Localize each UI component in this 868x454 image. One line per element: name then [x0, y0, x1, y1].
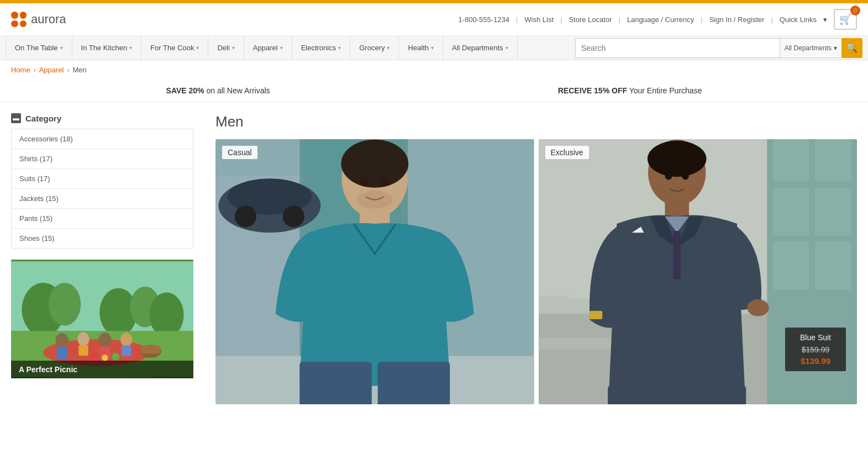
svg-point-63 [681, 171, 688, 180]
nav-item-deli[interactable]: Deli [208, 36, 244, 60]
svg-point-19 [90, 352, 99, 361]
category-item-shoes[interactable]: Shoes (15) [12, 229, 193, 248]
category-item-suits[interactable]: Suits (17) [12, 169, 193, 189]
category-item-accessories[interactable]: Accessories (18) [12, 129, 193, 149]
svg-point-13 [98, 332, 111, 347]
quick-links-link[interactable]: Quick Links [780, 15, 817, 24]
sep5: | [771, 15, 772, 24]
logo[interactable]: aurora [11, 12, 66, 27]
svg-rect-51 [815, 242, 851, 290]
sidebar-promo-label: A Perfect Picnic [11, 361, 193, 378]
svg-rect-59 [608, 386, 674, 404]
products-grid: Casual [215, 139, 857, 404]
svg-rect-61 [589, 311, 602, 319]
sale-price: $139.99 [793, 356, 838, 366]
search-area: All Departments ▾ 🔍 [575, 38, 862, 58]
sep4: | [701, 15, 702, 24]
price-tag[interactable]: Blue Suit $159.99 $139.99 [785, 328, 846, 371]
svg-point-58 [747, 299, 769, 316]
nav-items: On The Table In The Kitchen For The Cook… [6, 36, 570, 60]
svg-point-28 [235, 205, 256, 227]
sidebar: ▬ Category Accessories (18) Shirts (17) … [0, 102, 204, 415]
sep2: | [560, 15, 562, 24]
promo-banner: SAVE 20% on all New Arrivals RECEIVE 15%… [0, 80, 868, 102]
sep1: | [516, 15, 518, 24]
svg-rect-47 [815, 139, 851, 182]
language-currency-link[interactable]: Language / Currency [627, 15, 694, 24]
svg-rect-12 [78, 345, 88, 356]
svg-rect-10 [57, 347, 67, 358]
product-card-casual[interactable]: Casual [215, 139, 534, 404]
product-card-exclusive[interactable]: Exclusive Blue Suit $159.99 $139.99 [539, 139, 858, 404]
main-layout: ▬ Category Accessories (18) Shirts (17) … [0, 102, 868, 415]
svg-rect-60 [680, 386, 746, 404]
category-item-pants[interactable]: Pants (15) [12, 209, 193, 229]
svg-point-20 [102, 355, 108, 361]
svg-point-5 [149, 292, 183, 337]
sidebar-promo[interactable]: A Perfect Picnic [11, 260, 193, 378]
search-input[interactable] [575, 38, 780, 58]
logo-icon [11, 12, 27, 27]
category-item-shirts[interactable]: Shirts (17) [12, 149, 193, 169]
header-links: 1-800-555-1234 | Wish List | Store Locat… [458, 9, 857, 30]
wish-list-link[interactable]: Wish List [524, 15, 554, 24]
svg-rect-50 [773, 242, 809, 290]
svg-point-21 [112, 353, 119, 361]
nav-item-grocery[interactable]: Grocery [350, 36, 399, 60]
casual-label: Casual [222, 146, 257, 159]
cart-button[interactable]: 🛒 0 [834, 9, 857, 30]
svg-point-29 [283, 205, 304, 227]
exclusive-label: Exclusive [545, 146, 589, 159]
breadcrumb-home[interactable]: Home [11, 66, 30, 74]
nav-item-all-departments[interactable]: All Departments [443, 36, 517, 60]
svg-rect-46 [773, 139, 809, 182]
category-item-jackets[interactable]: Jackets (15) [12, 189, 193, 209]
svg-rect-35 [378, 362, 450, 404]
breadcrumb: Home › Apparel › Men [0, 60, 868, 80]
nav-item-health[interactable]: Health [399, 36, 443, 60]
page-title: Men [215, 113, 857, 130]
search-department-selector[interactable]: All Departments ▾ [780, 38, 841, 58]
cart-badge: 0 [850, 6, 860, 15]
svg-point-32 [341, 140, 408, 188]
sep3: | [618, 15, 620, 24]
nav-item-in-the-kitchen[interactable]: In The Kitchen [72, 36, 142, 60]
svg-point-55 [647, 141, 706, 177]
svg-point-9 [56, 333, 69, 348]
header: aurora 1-800-555-1234 | Wish List | Stor… [0, 3, 868, 36]
nav-item-for-the-cook[interactable]: For The Cook [141, 36, 208, 60]
svg-point-2 [49, 283, 81, 326]
svg-rect-57 [673, 231, 680, 279]
nav-item-on-the-table[interactable]: On The Table [6, 36, 72, 60]
svg-point-62 [665, 171, 672, 180]
svg-rect-16 [122, 346, 131, 356]
promo-left: SAVE 20% on all New Arrivals [166, 86, 270, 95]
breadcrumb-current: Men [73, 66, 87, 74]
phone-link[interactable]: 1-800-555-1234 [458, 15, 509, 24]
nav-item-apparel[interactable]: Apparel [244, 36, 292, 60]
svg-rect-48 [773, 188, 809, 236]
logo-text: aurora [31, 12, 66, 27]
search-button[interactable]: 🔍 [841, 38, 862, 58]
product-name: Blue Suit [793, 333, 838, 342]
svg-rect-49 [815, 188, 851, 236]
category-header: ▬ Category [11, 113, 193, 123]
casual-image [215, 139, 534, 404]
svg-point-38 [357, 191, 393, 209]
svg-point-36 [360, 177, 369, 186]
main-nav: On The Table In The Kitchen For The Cook… [0, 36, 868, 60]
svg-rect-34 [299, 362, 372, 404]
original-price: $159.99 [793, 345, 838, 354]
svg-point-15 [120, 332, 132, 346]
svg-point-11 [77, 332, 89, 346]
category-icon: ▬ [11, 113, 21, 123]
store-locator-link[interactable]: Store Locator [569, 15, 612, 24]
breadcrumb-sep1: › [34, 66, 36, 74]
breadcrumb-sep2: › [67, 66, 70, 74]
sign-in-link[interactable]: Sign In / Register [709, 15, 765, 24]
svg-rect-18 [141, 346, 160, 354]
svg-point-37 [381, 177, 389, 186]
promo-right: RECEIVE 15% OFF Your Entire Purchase [558, 86, 702, 95]
nav-item-electronics[interactable]: Electronics [292, 36, 351, 60]
breadcrumb-apparel[interactable]: Apparel [39, 66, 64, 74]
